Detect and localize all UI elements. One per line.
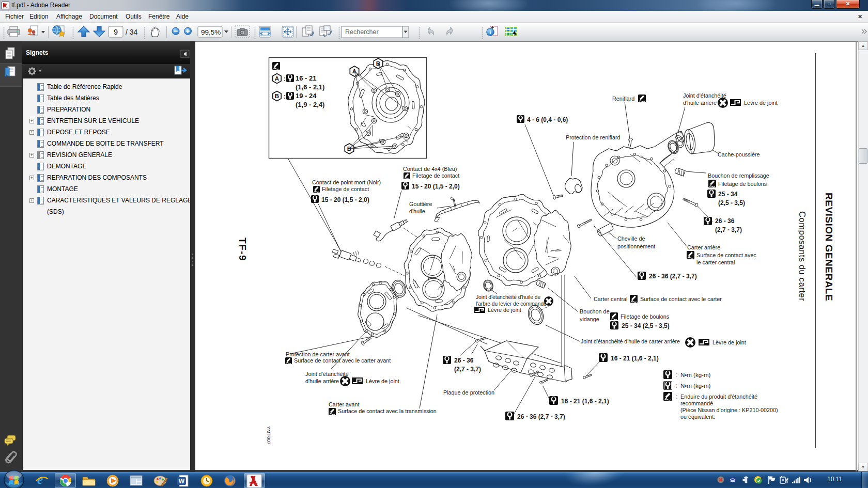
svg-text::: :	[284, 75, 286, 83]
svg-text:Lèvre de joint: Lèvre de joint	[488, 307, 521, 313]
svg-text:Filetage de contact: Filetage de contact	[412, 172, 459, 179]
svg-text:25 - 34: 25 - 34	[718, 191, 738, 198]
svg-text:19 - 24: 19 - 24	[296, 92, 317, 100]
svg-text:Joint d'étanchéité d'huile de: Joint d'étanchéité d'huile de carter arr…	[581, 338, 680, 344]
svg-text:N•m (kg-m): N•m (kg-m)	[680, 372, 710, 378]
svg-text:Cheville de: Cheville de	[617, 235, 645, 242]
svg-text:ou équivalent.: ou équivalent.	[680, 414, 715, 420]
svg-text:(1,6 - 2,1): (1,6 - 2,1)	[296, 83, 324, 91]
svg-text:Bouchon de remplissage: Bouchon de remplissage	[708, 172, 769, 179]
svg-text:Rechercher: Rechercher	[345, 28, 379, 36]
svg-text:4 - 6 (0,4 - 0,6): 4 - 6 (0,4 - 0,6)	[527, 116, 568, 123]
svg-text:A: A	[275, 75, 279, 82]
svg-text:W: W	[179, 478, 185, 485]
svg-text:Carter central: Carter central	[594, 296, 627, 302]
svg-text:Enduire du produit d'étanchéit: Enduire du produit d'étanchéité	[680, 393, 757, 400]
svg-text:Contact de 4x4 (Bleu): Contact de 4x4 (Bleu)	[403, 166, 457, 172]
svg-text:Joint d'étanchéité d'huile de: Joint d'étanchéité d'huile de	[476, 294, 540, 300]
svg-text:Protection de reniflard: Protection de reniflard	[566, 134, 621, 140]
svg-text:(Pièce Nissan d'origine : KP21: (Pièce Nissan d'origine : KP210-00200)	[680, 407, 778, 413]
svg-text:recommandé: recommandé	[680, 400, 713, 406]
svg-text:(2,5 - 3,5): (2,5 - 3,5)	[718, 199, 745, 207]
svg-text:16 - 21 (1,6 - 2,1): 16 - 21 (1,6 - 2,1)	[561, 398, 609, 405]
svg-text:positionnement: positionnement	[617, 243, 655, 249]
svg-text:Protection de carter avant: Protection de carter avant	[286, 351, 350, 357]
svg-text:Filetage de boulons: Filetage de boulons	[621, 313, 670, 320]
svg-text:26 - 36: 26 - 36	[715, 217, 735, 225]
svg-text:26 - 36 (2,7 - 3,7): 26 - 36 (2,7 - 3,7)	[517, 413, 565, 420]
svg-text:Filetage de boulons: Filetage de boulons	[718, 181, 767, 187]
svg-text::: :	[675, 393, 677, 400]
svg-text:Gouttière: Gouttière	[409, 201, 432, 207]
svg-text::: :	[675, 382, 677, 389]
svg-text:99,5%: 99,5%	[201, 28, 221, 36]
svg-text:Joint d'étanchéité: Joint d'étanchéité	[683, 92, 726, 99]
svg-text:Composants du carter: Composants du carter	[798, 211, 807, 301]
svg-text:15 - 20 (1,5 - 2,0): 15 - 20 (1,5 - 2,0)	[321, 196, 369, 203]
svg-text:Reniflard: Reniflard	[612, 96, 634, 102]
svg-text:Joint d'étanchéité: Joint d'étanchéité	[305, 371, 349, 377]
svg-text:16 - 21: 16 - 21	[296, 74, 316, 82]
svg-text:l'arbre du levier de commande: l'arbre du levier de commande	[476, 301, 547, 307]
svg-text:Lèvre de joint: Lèvre de joint	[744, 100, 778, 106]
svg-text:Filetage de contact: Filetage de contact	[322, 186, 369, 192]
svg-text:Carter avant: Carter avant	[329, 401, 359, 407]
svg-text::: :	[284, 93, 286, 100]
svg-text:/ 34: / 34	[126, 28, 138, 36]
svg-text:26 - 36: 26 - 36	[454, 357, 474, 364]
svg-text:N•m (kg-m): N•m (kg-m)	[680, 383, 710, 389]
svg-text:(2,7 - 3,7): (2,7 - 3,7)	[715, 226, 742, 233]
svg-text:Surface de contact avec le car: Surface de contact avec le carter	[640, 296, 722, 302]
svg-text:Contact de point mort (Noir): Contact de point mort (Noir)	[312, 179, 381, 185]
svg-text:25 - 34 (2,5 - 3,5): 25 - 34 (2,5 - 3,5)	[622, 322, 670, 329]
svg-text:REVISION GENERALE: REVISION GENERALE	[824, 193, 834, 301]
svg-text:Plaque de protection: Plaque de protection	[443, 389, 494, 396]
svg-text:Lèvre de joint: Lèvre de joint	[712, 339, 746, 345]
svg-text:Surface de contact avec: Surface de contact avec	[696, 252, 756, 258]
svg-text:d'huile arrière: d'huile arrière	[683, 100, 717, 106]
svg-text:le carter central: le carter central	[696, 259, 735, 265]
svg-text:16 - 21 (1,6 - 2,1): 16 - 21 (1,6 - 2,1)	[611, 355, 659, 362]
svg-text:15 - 20 (1,5 - 2,0): 15 - 20 (1,5 - 2,0)	[412, 183, 460, 190]
svg-text:Bouchon de: Bouchon de	[580, 308, 610, 314]
svg-text:9: 9	[114, 28, 118, 36]
svg-text:d'huile arrière: d'huile arrière	[305, 378, 339, 384]
svg-text:B: B	[275, 93, 279, 99]
svg-text:(1,9 - 2,4): (1,9 - 2,4)	[296, 101, 324, 108]
svg-text:Surface de contact avec le car: Surface de contact avec le carter avant	[294, 357, 391, 364]
svg-text:26 - 36 (2,7 - 3,7): 26 - 36 (2,7 - 3,7)	[649, 273, 697, 280]
svg-text:YMT007: YMT007	[266, 426, 272, 445]
svg-text:Lèvre de joint: Lèvre de joint	[366, 378, 399, 384]
svg-text:TF-9: TF-9	[237, 238, 248, 261]
svg-text:(2,7 - 3,7): (2,7 - 3,7)	[454, 366, 481, 373]
svg-text:vidange: vidange	[580, 316, 599, 322]
svg-text::: :	[675, 371, 677, 379]
svg-text:d'huile: d'huile	[409, 208, 425, 214]
svg-text:Cache-poussière: Cache-poussière	[718, 151, 760, 158]
svg-text:Carter arrière: Carter arrière	[687, 244, 720, 250]
svg-text:Surface de contact avec la tra: Surface de contact avec la transmission	[338, 408, 437, 414]
